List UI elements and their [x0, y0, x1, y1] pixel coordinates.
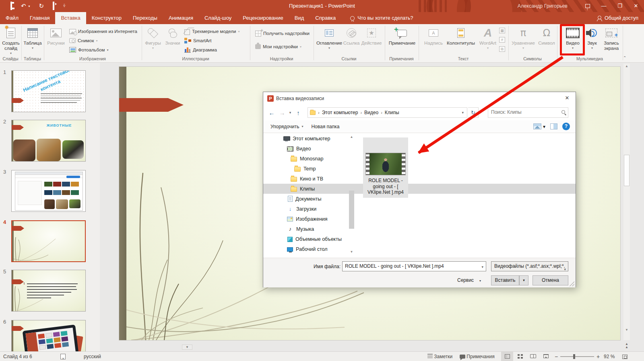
help-icon[interactable]: ? [562, 123, 570, 130]
tree-item-pictures[interactable]: Изображения [263, 214, 576, 224]
pictures-button[interactable]: Рисунки [45, 26, 67, 55]
header-footer-button[interactable]: Колонтитулы [445, 26, 477, 55]
new-folder-button[interactable]: Новая папка [307, 124, 343, 129]
3d-models-button[interactable]: Трехмерные модели▾ [184, 27, 240, 36]
slide-thumbnail-1[interactable]: Написание текстового контента [11, 70, 86, 112]
icons-button[interactable]: Значки [163, 26, 182, 55]
filetype-select[interactable]: Видеофайлы (*.asf;*.asx;*.wpl;*. ▾ [491, 261, 568, 271]
video-button[interactable]: Видео▾ [562, 26, 584, 55]
editor-scroll-up-icon[interactable]: ▲ [623, 64, 630, 69]
filename-dropdown-icon[interactable]: ▾ [481, 265, 483, 269]
tab-home[interactable]: Главная [24, 12, 55, 24]
address-dropdown-icon[interactable]: ▾ [462, 111, 467, 115]
zoom-in-button[interactable]: + [597, 352, 600, 361]
tree-item-video[interactable]: Видео [263, 144, 576, 154]
chart-button[interactable]: Диаграмма [184, 45, 217, 54]
insert-dropdown-button[interactable]: ▾ [519, 275, 528, 285]
screen-recording-button[interactable]: Запись экрана [601, 26, 622, 55]
dialog-title-bar[interactable]: P Вставка видеозаписи ✕ [263, 92, 576, 105]
reading-view-button[interactable] [527, 352, 539, 361]
previous-slide-button[interactable]: ▲▲ [623, 343, 630, 349]
tree-scrollbar[interactable]: ▲ ▼ [349, 134, 355, 255]
action-button[interactable]: ★ Действие [360, 26, 383, 55]
tools-dropdown[interactable]: Сервис▾ [457, 275, 481, 285]
search-input[interactable] [488, 108, 557, 117]
dialog-close-button[interactable]: ✕ [559, 92, 576, 104]
wordart-button[interactable]: A WordArt▾ [477, 26, 498, 55]
filename-input[interactable] [343, 262, 475, 270]
view-mode-button[interactable]: ▾ [533, 123, 545, 129]
customize-qat-button[interactable]: ▿̄ [63, 1, 65, 11]
slideshow-view-button[interactable] [540, 352, 552, 361]
my-addins-button[interactable]: Мои надстройки▾ [255, 42, 301, 51]
preview-pane-icon[interactable] [550, 123, 557, 129]
tree-item-temp[interactable]: Temp [263, 164, 576, 174]
back-button[interactable]: ← [266, 109, 277, 116]
tree-item-documents[interactable]: Документы [263, 194, 576, 204]
restore-button[interactable]: ❐ [612, 0, 628, 12]
tree-item-movies-tv[interactable]: Кино и ТВ [263, 174, 576, 184]
zoom-slider-thumb[interactable] [573, 354, 575, 359]
search-box[interactable] [488, 107, 568, 118]
tab-view[interactable]: Вид [289, 12, 310, 24]
close-button[interactable]: ✕ [628, 0, 644, 12]
slide-thumbnail-5[interactable]: ▪ [11, 270, 86, 312]
breadcrumb-clips[interactable]: Клипы [383, 110, 401, 115]
collapse-panel-button[interactable]: ▼ [182, 345, 192, 350]
tab-file[interactable]: Файл [0, 12, 24, 24]
dialog-resize-grip[interactable] [570, 281, 574, 286]
tree-item-desktop[interactable]: Рабочий стол [263, 244, 576, 254]
normal-view-button[interactable] [501, 352, 513, 361]
insert-button[interactable]: Вставить [491, 275, 519, 285]
ribbon-display-options-button[interactable] [580, 0, 596, 12]
fit-to-window-button[interactable] [622, 352, 627, 361]
editor-scrollbar[interactable]: ▲ ▼ [623, 64, 630, 340]
editor-scroll-down-icon[interactable]: ▼ [623, 327, 630, 333]
collapse-ribbon-button[interactable]: ⌃ [623, 55, 626, 60]
online-pictures-button[interactable]: Изображения из Интернета [69, 27, 137, 36]
tab-review[interactable]: Рецензирование [237, 12, 289, 24]
slide-thumbnail-6[interactable] [11, 320, 86, 351]
slide-thumbnail-4-selected[interactable] [11, 220, 86, 262]
tell-me-box[interactable]: Что вы хотите сделать? [350, 12, 413, 24]
zoom-out-button[interactable]: − [555, 352, 558, 361]
tab-slideshow[interactable]: Слайд-шоу [199, 12, 237, 24]
photo-album-button[interactable]: Фотоальбом▾ [69, 45, 108, 54]
undo-dropdown-icon[interactable]: ▾ [29, 4, 30, 8]
forward-button[interactable]: → [277, 109, 287, 116]
address-bar[interactable]: ›Этот компьютер ›Видео ›Клипы ▾ [308, 107, 467, 118]
table-button[interactable]: Таблица▾ [23, 26, 43, 55]
comments-button[interactable]: Примечания [460, 352, 495, 361]
tree-scroll-down-icon[interactable]: ▼ [349, 249, 355, 255]
tree-item-3d-objects[interactable]: Объемные объекты [263, 234, 576, 244]
tree-scroll-up-icon[interactable]: ▲ [349, 134, 355, 140]
new-slide-button[interactable]: Создать слайд▾ [1, 26, 21, 55]
textbox-button[interactable]: A Надпись [423, 26, 444, 55]
tab-design[interactable]: Конструктор [86, 12, 127, 24]
breadcrumb-this-pc[interactable]: Этот компьютер [320, 110, 360, 115]
cancel-button[interactable]: Отмена [533, 275, 568, 285]
language-button[interactable]: русский [84, 352, 101, 361]
tree-item-downloads[interactable]: ↓ Загрузки [263, 204, 576, 214]
tree-item-clips-selected[interactable]: Клипы [263, 184, 576, 194]
audio-button[interactable]: Звук▾ [584, 26, 601, 55]
organize-button[interactable]: Упорядочить▾ [266, 124, 307, 129]
object-button[interactable]: ⧉ [499, 45, 505, 53]
recent-locations-icon[interactable]: ▾ [287, 111, 293, 115]
tab-transitions[interactable]: Переходы [127, 12, 163, 24]
zoom-level[interactable]: 92 % [604, 352, 615, 361]
start-slideshow-button[interactable] [53, 1, 54, 11]
undo-button[interactable]: ↶ [21, 1, 26, 11]
filename-field[interactable]: ▾ [342, 261, 486, 271]
up-button[interactable]: ↑ [293, 109, 303, 116]
slide-thumbnail-3[interactable] [11, 170, 86, 212]
tab-animations[interactable]: Анимация [163, 12, 199, 24]
spellcheck-button[interactable] [60, 352, 66, 361]
tab-insert[interactable]: Вставка [55, 12, 86, 24]
save-button[interactable] [10, 1, 12, 11]
toc-button[interactable]: Оглавление▾ [316, 26, 343, 55]
date-time-button[interactable]: ▦ [499, 26, 505, 35]
tab-help[interactable]: Справка [310, 12, 341, 24]
minimize-button[interactable]: — [596, 0, 612, 12]
slide-sorter-view-button[interactable] [514, 352, 526, 361]
